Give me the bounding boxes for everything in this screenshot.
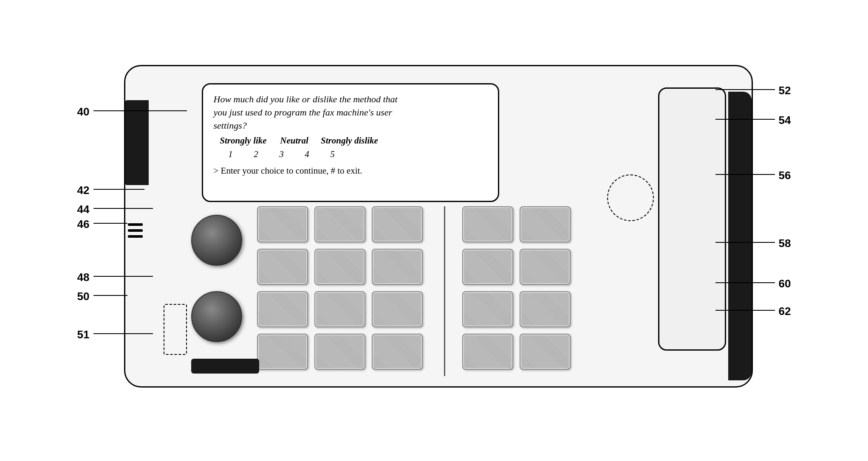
scale-num-4: 4 [294,148,320,160]
key-r6[interactable] [520,291,571,327]
display-text: How much did you like or dislike the met… [214,93,487,177]
left-strip [125,100,149,185]
annotation-42: 42 [77,184,90,197]
annotation-50: 50 [77,290,90,303]
label-48: 48 [77,271,90,284]
large-round-button-bottom[interactable] [191,291,242,342]
label-54: 54 [779,114,791,127]
key-4[interactable] [257,249,308,285]
device-body: How much did you like or dislike the met… [124,65,753,388]
key-6[interactable] [372,249,423,285]
right-panel [658,87,726,351]
pin-3 [128,235,143,238]
large-round-button-top[interactable] [191,215,242,266]
key-r2[interactable] [520,206,571,242]
annotation-40: 40 [77,105,90,118]
dashed-circle-56 [607,174,654,221]
prompt-text: > Enter your choice to continue, # to ex… [214,165,487,177]
question-line2: you just used to program the fax machine… [214,107,393,118]
label-50: 50 [77,290,90,303]
label-62: 62 [779,305,791,318]
key-r7[interactable] [462,334,513,370]
label-52: 52 [779,84,791,97]
annotation-46: 46 [77,218,90,231]
annotation-48: 48 [77,271,90,284]
key-9[interactable] [372,291,423,327]
scale-num-5: 5 [320,148,345,160]
keypad-divider [444,206,445,376]
key-r8[interactable] [520,334,571,370]
label-60: 60 [779,277,791,290]
key-2[interactable] [314,206,365,242]
annotation-44: 44 [77,203,90,216]
key-10[interactable] [257,334,308,370]
label-51: 51 [77,328,90,341]
keypad-right [454,206,571,376]
annotation-51: 51 [77,328,90,341]
key-r3[interactable] [462,249,513,285]
dashed-rect-50 [164,304,187,355]
key-r5[interactable] [462,291,513,327]
key-12[interactable] [372,334,423,370]
scale-num-1: 1 [218,148,243,160]
key-3[interactable] [372,206,423,242]
scale-label-dislike: Strongly dislike [316,135,384,147]
key-11[interactable] [314,334,365,370]
scale-num-2: 2 [243,148,269,160]
label-42: 42 [77,184,90,197]
scale-num-3: 3 [269,148,294,160]
question-line3: settings? [214,120,247,131]
key-5[interactable] [314,249,365,285]
label-40: 40 [77,105,90,118]
key-7[interactable] [257,291,308,327]
key-8[interactable] [314,291,365,327]
display-screen: How much did you like or dislike the met… [202,83,499,202]
key-r4[interactable] [520,249,571,285]
key-1[interactable] [257,206,308,242]
right-strip [728,92,752,380]
scale-label-neutral: Neutral [273,135,316,147]
connector-pins [128,223,143,238]
scale-label-like: Strongly like [214,135,273,147]
label-44: 44 [77,203,90,216]
key-r1[interactable] [462,206,513,242]
bottom-bar-left [191,359,259,374]
keypad-left [257,206,435,376]
label-58: 58 [779,237,791,250]
question-line1: How much did you like or dislike the met… [214,94,398,104]
keypad-area [257,206,639,376]
pin-1 [128,223,143,226]
label-46: 46 [77,218,90,231]
pin-2 [128,229,143,232]
scale-numbers: 1 2 3 4 5 [214,148,487,160]
label-56: 56 [779,169,791,182]
diagram-container: How much did you like or dislike the met… [73,39,795,422]
